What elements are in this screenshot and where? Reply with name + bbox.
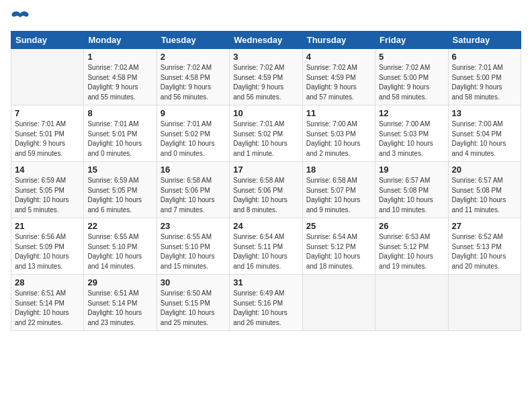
- calendar-week-row: 7Sunrise: 7:01 AMSunset: 5:01 PMDaylight…: [11, 105, 521, 162]
- day-of-week-header: Sunday: [11, 32, 84, 49]
- day-info: Sunrise: 6:58 AMSunset: 5:07 PMDaylight:…: [306, 176, 371, 215]
- logo-bird-icon: [11, 11, 30, 26]
- day-number: 12: [379, 108, 444, 118]
- day-number: 8: [87, 108, 152, 118]
- day-number: 5: [379, 52, 444, 62]
- day-info: Sunrise: 6:57 AMSunset: 5:08 PMDaylight:…: [379, 176, 444, 215]
- calendar-cell: 7Sunrise: 7:01 AMSunset: 5:01 PMDaylight…: [11, 105, 84, 162]
- day-number: 26: [379, 221, 444, 231]
- day-number: 31: [233, 277, 298, 287]
- day-number: 3: [233, 52, 298, 62]
- calendar-table: SundayMondayTuesdayWednesdayThursdayFrid…: [11, 31, 521, 331]
- logo: [11, 11, 32, 26]
- calendar-cell: 18Sunrise: 6:58 AMSunset: 5:07 PMDayligh…: [302, 162, 375, 218]
- calendar-cell: 2Sunrise: 7:02 AMSunset: 4:58 PMDaylight…: [157, 49, 229, 105]
- day-info: Sunrise: 6:58 AMSunset: 5:06 PMDaylight:…: [161, 176, 226, 215]
- day-info: Sunrise: 7:01 AMSunset: 5:01 PMDaylight:…: [15, 120, 80, 158]
- days-of-week-row: SundayMondayTuesdayWednesdayThursdayFrid…: [11, 32, 521, 49]
- calendar-cell: 29Sunrise: 6:51 AMSunset: 5:14 PMDayligh…: [84, 275, 157, 331]
- calendar-cell: 27Sunrise: 6:52 AMSunset: 5:13 PMDayligh…: [448, 218, 521, 275]
- day-info: Sunrise: 6:59 AMSunset: 5:05 PMDaylight:…: [87, 176, 152, 215]
- calendar-cell: 23Sunrise: 6:55 AMSunset: 5:10 PMDayligh…: [157, 218, 229, 275]
- day-number: 16: [161, 165, 226, 175]
- day-number: 17: [233, 165, 298, 175]
- calendar-cell: 4Sunrise: 7:02 AMSunset: 4:59 PMDaylight…: [302, 49, 375, 105]
- day-number: 1: [87, 52, 152, 62]
- day-of-week-header: Saturday: [448, 32, 521, 49]
- calendar-cell: 10Sunrise: 7:01 AMSunset: 5:02 PMDayligh…: [230, 105, 302, 162]
- day-of-week-header: Monday: [84, 32, 157, 49]
- calendar-cell: 21Sunrise: 6:56 AMSunset: 5:09 PMDayligh…: [11, 218, 84, 275]
- day-number: 28: [15, 277, 80, 287]
- day-info: Sunrise: 6:59 AMSunset: 5:05 PMDaylight:…: [15, 176, 80, 215]
- day-number: 20: [452, 165, 517, 175]
- day-number: 6: [452, 52, 517, 62]
- day-of-week-header: Tuesday: [157, 32, 229, 49]
- calendar-cell: 14Sunrise: 6:59 AMSunset: 5:05 PMDayligh…: [11, 162, 84, 218]
- day-info: Sunrise: 6:51 AMSunset: 5:14 PMDaylight:…: [15, 289, 80, 328]
- calendar-cell: 15Sunrise: 6:59 AMSunset: 5:05 PMDayligh…: [84, 162, 157, 218]
- calendar-cell: 9Sunrise: 7:01 AMSunset: 5:02 PMDaylight…: [157, 105, 229, 162]
- day-info: Sunrise: 7:02 AMSunset: 4:58 PMDaylight:…: [161, 63, 226, 102]
- day-info: Sunrise: 6:55 AMSunset: 5:10 PMDaylight:…: [87, 232, 152, 271]
- day-number: 18: [306, 165, 371, 175]
- day-info: Sunrise: 7:01 AMSunset: 5:02 PMDaylight:…: [233, 120, 298, 158]
- day-number: 21: [15, 221, 80, 231]
- day-number: 30: [161, 277, 226, 287]
- day-info: Sunrise: 7:02 AMSunset: 4:59 PMDaylight:…: [306, 63, 371, 102]
- day-number: 14: [15, 165, 80, 175]
- day-number: 25: [306, 221, 371, 231]
- calendar-cell: 3Sunrise: 7:02 AMSunset: 4:59 PMDaylight…: [230, 49, 302, 105]
- day-info: Sunrise: 7:02 AMSunset: 4:59 PMDaylight:…: [233, 63, 298, 102]
- day-info: Sunrise: 7:01 AMSunset: 5:02 PMDaylight:…: [161, 120, 226, 158]
- calendar-cell: 5Sunrise: 7:02 AMSunset: 5:00 PMDaylight…: [375, 49, 448, 105]
- day-info: Sunrise: 7:01 AMSunset: 5:01 PMDaylight:…: [87, 120, 152, 158]
- day-of-week-header: Thursday: [302, 32, 375, 49]
- calendar-cell: 31Sunrise: 6:49 AMSunset: 5:16 PMDayligh…: [230, 275, 302, 331]
- day-number: 24: [233, 221, 298, 231]
- day-number: 9: [161, 108, 226, 118]
- calendar-cell: 28Sunrise: 6:51 AMSunset: 5:14 PMDayligh…: [11, 275, 84, 331]
- calendar-cell: 6Sunrise: 7:01 AMSunset: 5:00 PMDaylight…: [448, 49, 521, 105]
- day-number: 13: [452, 108, 517, 118]
- day-info: Sunrise: 6:58 AMSunset: 5:06 PMDaylight:…: [233, 176, 298, 215]
- day-info: Sunrise: 6:54 AMSunset: 5:12 PMDaylight:…: [306, 232, 371, 271]
- calendar-week-row: 1Sunrise: 7:02 AMSunset: 4:58 PMDaylight…: [11, 49, 521, 105]
- calendar-cell: 17Sunrise: 6:58 AMSunset: 5:06 PMDayligh…: [230, 162, 302, 218]
- day-number: 22: [87, 221, 152, 231]
- day-number: 29: [87, 277, 152, 287]
- calendar-cell: 13Sunrise: 7:00 AMSunset: 5:04 PMDayligh…: [448, 105, 521, 162]
- calendar-cell: 11Sunrise: 7:00 AMSunset: 5:03 PMDayligh…: [302, 105, 375, 162]
- calendar-body: 1Sunrise: 7:02 AMSunset: 4:58 PMDaylight…: [11, 49, 521, 331]
- day-of-week-header: Friday: [375, 32, 448, 49]
- calendar-cell: 8Sunrise: 7:01 AMSunset: 5:01 PMDaylight…: [84, 105, 157, 162]
- day-of-week-header: Wednesday: [230, 32, 302, 49]
- day-info: Sunrise: 6:57 AMSunset: 5:08 PMDaylight:…: [452, 176, 517, 215]
- day-number: 23: [161, 221, 226, 231]
- calendar-week-row: 14Sunrise: 6:59 AMSunset: 5:05 PMDayligh…: [11, 162, 521, 218]
- calendar-cell: 1Sunrise: 7:02 AMSunset: 4:58 PMDaylight…: [84, 49, 157, 105]
- day-info: Sunrise: 6:53 AMSunset: 5:12 PMDaylight:…: [379, 232, 444, 271]
- calendar-week-row: 21Sunrise: 6:56 AMSunset: 5:09 PMDayligh…: [11, 218, 521, 275]
- day-info: Sunrise: 6:50 AMSunset: 5:15 PMDaylight:…: [161, 289, 226, 328]
- day-info: Sunrise: 6:52 AMSunset: 5:13 PMDaylight:…: [452, 232, 517, 271]
- calendar-cell: 26Sunrise: 6:53 AMSunset: 5:12 PMDayligh…: [375, 218, 448, 275]
- calendar-cell: 19Sunrise: 6:57 AMSunset: 5:08 PMDayligh…: [375, 162, 448, 218]
- day-number: 11: [306, 108, 371, 118]
- calendar-cell: 20Sunrise: 6:57 AMSunset: 5:08 PMDayligh…: [448, 162, 521, 218]
- calendar-week-row: 28Sunrise: 6:51 AMSunset: 5:14 PMDayligh…: [11, 275, 521, 331]
- calendar-cell: 24Sunrise: 6:54 AMSunset: 5:11 PMDayligh…: [230, 218, 302, 275]
- page-header: [11, 11, 521, 26]
- day-number: 19: [379, 165, 444, 175]
- day-number: 10: [233, 108, 298, 118]
- day-number: 2: [161, 52, 226, 62]
- calendar-cell: 30Sunrise: 6:50 AMSunset: 5:15 PMDayligh…: [157, 275, 229, 331]
- day-info: Sunrise: 7:01 AMSunset: 5:00 PMDaylight:…: [452, 63, 517, 102]
- calendar-cell: [11, 49, 84, 105]
- day-info: Sunrise: 7:02 AMSunset: 4:58 PMDaylight:…: [87, 63, 152, 102]
- day-info: Sunrise: 7:00 AMSunset: 5:03 PMDaylight:…: [379, 120, 444, 158]
- day-info: Sunrise: 6:56 AMSunset: 5:09 PMDaylight:…: [15, 232, 80, 271]
- calendar-cell: 25Sunrise: 6:54 AMSunset: 5:12 PMDayligh…: [302, 218, 375, 275]
- day-info: Sunrise: 6:49 AMSunset: 5:16 PMDaylight:…: [233, 289, 298, 328]
- day-info: Sunrise: 7:00 AMSunset: 5:03 PMDaylight:…: [306, 120, 371, 158]
